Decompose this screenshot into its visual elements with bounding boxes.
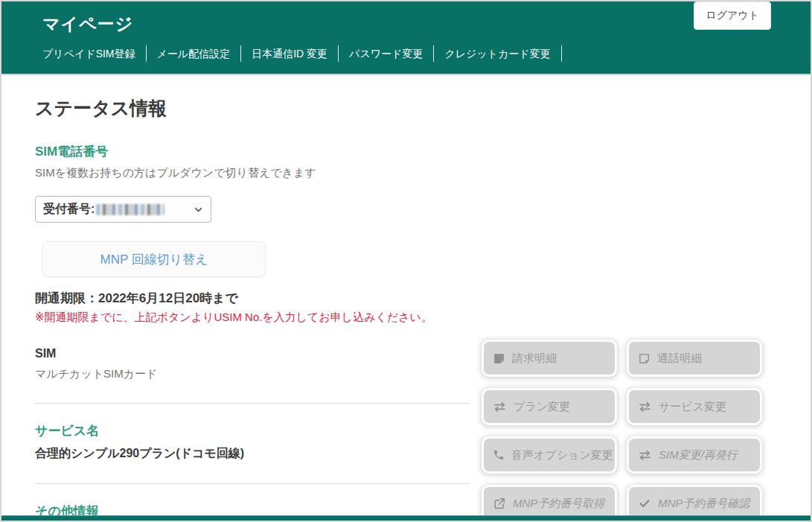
header-nav: プリペイドSIM登録 メール配信設定 日本通信ID 変更 パスワード変更 クレジ… — [42, 45, 811, 62]
check-icon — [638, 497, 651, 509]
nav-item-mail-settings[interactable]: メール配信設定 — [147, 45, 242, 62]
sim-phone-section: SIM電話番号 SIMを複数お持ちの方はプルダウンで切り替えできます 受付番号: — [35, 143, 777, 223]
divider — [35, 483, 469, 484]
nav-item-credit-card-change[interactable]: クレジットカード変更 — [434, 45, 561, 62]
action-button-call-detail[interactable]: 通話明細 — [627, 340, 762, 377]
action-button-voice-option-change[interactable]: 音声オプション変更 — [482, 436, 617, 474]
swap-arrows-icon — [493, 401, 507, 413]
header: マイページ プリペイドSIM登録 メール配信設定 日本通信ID 変更 パスワード… — [1, 1, 811, 75]
note-filled-icon — [493, 352, 505, 365]
mnp-line-switch-button[interactable]: MNP 回線切り替え — [42, 241, 266, 277]
service-info-block: サービス名 合理的シンプル290プラン(ドコモ回線) — [35, 422, 469, 462]
service-name-label: サービス名 — [35, 422, 469, 439]
main-content: ステータス情報 SIM電話番号 SIMを複数お持ちの方はプルダウンで切り替えでき… — [1, 75, 811, 522]
note-outline-icon — [638, 352, 650, 365]
share-icon — [493, 497, 506, 510]
action-button-grid: 請求明細 通話明細 プラン変更 サービス変更 音声オプション変更 — [482, 340, 762, 522]
content-row: SIM マルチカットSIMカード サービス名 合理的シンプル290プラン(ドコモ… — [35, 338, 777, 522]
sim-value: マルチカットSIMカード — [35, 367, 469, 381]
action-button-sim-change-reissue[interactable]: SIM変更/再発行 — [627, 436, 762, 474]
divider — [35, 403, 469, 404]
info-column: SIM マルチカットSIMカード サービス名 合理的シンプル290プラン(ドコモ… — [35, 338, 469, 522]
masked-number — [96, 204, 164, 215]
sim-info-block: SIM マルチカットSIMカード — [35, 347, 469, 381]
swap-arrows-icon — [638, 449, 652, 462]
swap-arrows-icon — [638, 401, 652, 413]
nav-item-password-change[interactable]: パスワード変更 — [339, 45, 434, 62]
action-button-plan-change[interactable]: プラン変更 — [482, 388, 617, 425]
deadline-warning: ※開通期限までに、上記ボタンよりUSIM No.を入力してお申し込みください。 — [35, 311, 777, 325]
sim-number-select[interactable]: 受付番号: — [35, 196, 211, 223]
logout-button[interactable]: ログアウト — [694, 1, 771, 30]
sim-phone-description: SIMを複数お持ちの方はプルダウンで切り替えできます — [35, 166, 777, 180]
page-title: ステータス情報 — [35, 96, 777, 121]
nav-item-prepaid-sim[interactable]: プリペイドSIM登録 — [42, 45, 147, 62]
chevron-down-icon — [194, 205, 203, 214]
action-button-column: 請求明細 通話明細 プラン変更 サービス変更 音声オプション変更 — [482, 338, 762, 522]
sim-number-select-value: 受付番号: — [43, 202, 95, 217]
phone-icon — [493, 449, 505, 461]
nav-item-id-change[interactable]: 日本通信ID 変更 — [241, 45, 339, 62]
footer-strip — [1, 515, 811, 521]
service-name-value: 合理的シンプル290プラン(ドコモ回線) — [35, 446, 469, 462]
sim-phone-heading: SIM電話番号 — [35, 143, 777, 160]
action-button-billing-detail[interactable]: 請求明細 — [482, 340, 617, 377]
action-button-service-change[interactable]: サービス変更 — [627, 388, 762, 425]
sim-label: SIM — [35, 347, 469, 360]
activation-deadline: 開通期限：2022年6月12日20時まで — [35, 290, 777, 307]
